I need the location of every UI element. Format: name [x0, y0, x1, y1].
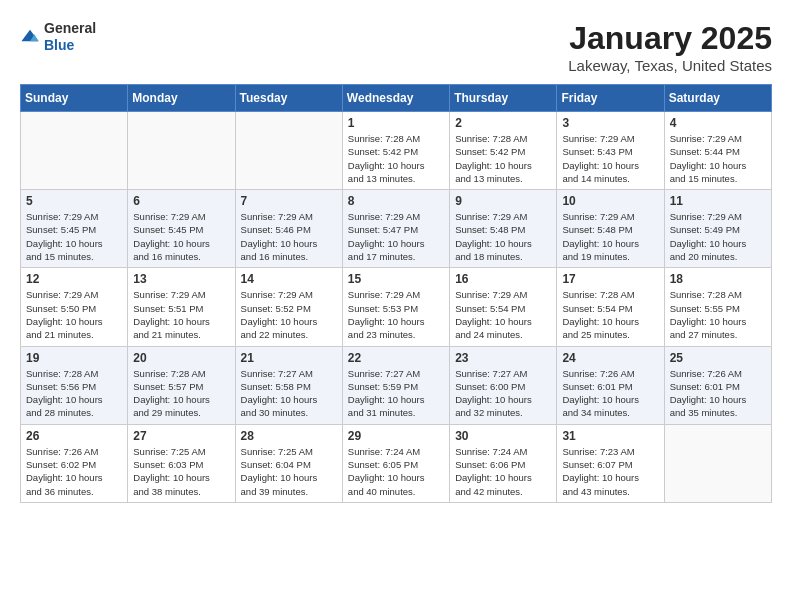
title-block: January 2025 Lakeway, Texas, United Stat…	[568, 20, 772, 74]
calendar-week-row: 1Sunrise: 7:28 AM Sunset: 5:42 PM Daylig…	[21, 112, 772, 190]
day-number: 25	[670, 351, 766, 365]
calendar-cell: 31Sunrise: 7:23 AM Sunset: 6:07 PM Dayli…	[557, 424, 664, 502]
day-info: Sunrise: 7:29 AM Sunset: 5:45 PM Dayligh…	[133, 210, 229, 263]
calendar-cell: 28Sunrise: 7:25 AM Sunset: 6:04 PM Dayli…	[235, 424, 342, 502]
page-header: General Blue January 2025 Lakeway, Texas…	[20, 20, 772, 74]
calendar-cell: 6Sunrise: 7:29 AM Sunset: 5:45 PM Daylig…	[128, 190, 235, 268]
calendar-cell: 14Sunrise: 7:29 AM Sunset: 5:52 PM Dayli…	[235, 268, 342, 346]
day-info: Sunrise: 7:29 AM Sunset: 5:50 PM Dayligh…	[26, 288, 122, 341]
day-info: Sunrise: 7:28 AM Sunset: 5:42 PM Dayligh…	[455, 132, 551, 185]
calendar-cell: 18Sunrise: 7:28 AM Sunset: 5:55 PM Dayli…	[664, 268, 771, 346]
calendar-week-row: 26Sunrise: 7:26 AM Sunset: 6:02 PM Dayli…	[21, 424, 772, 502]
day-number: 3	[562, 116, 658, 130]
day-number: 23	[455, 351, 551, 365]
calendar-cell: 24Sunrise: 7:26 AM Sunset: 6:01 PM Dayli…	[557, 346, 664, 424]
calendar-cell	[21, 112, 128, 190]
calendar-cell: 25Sunrise: 7:26 AM Sunset: 6:01 PM Dayli…	[664, 346, 771, 424]
day-info: Sunrise: 7:28 AM Sunset: 5:42 PM Dayligh…	[348, 132, 444, 185]
day-info: Sunrise: 7:29 AM Sunset: 5:48 PM Dayligh…	[455, 210, 551, 263]
weekday-header-sunday: Sunday	[21, 85, 128, 112]
day-info: Sunrise: 7:29 AM Sunset: 5:52 PM Dayligh…	[241, 288, 337, 341]
day-info: Sunrise: 7:28 AM Sunset: 5:57 PM Dayligh…	[133, 367, 229, 420]
calendar-cell: 13Sunrise: 7:29 AM Sunset: 5:51 PM Dayli…	[128, 268, 235, 346]
day-info: Sunrise: 7:28 AM Sunset: 5:54 PM Dayligh…	[562, 288, 658, 341]
calendar-cell	[235, 112, 342, 190]
calendar-cell: 26Sunrise: 7:26 AM Sunset: 6:02 PM Dayli…	[21, 424, 128, 502]
calendar-cell: 12Sunrise: 7:29 AM Sunset: 5:50 PM Dayli…	[21, 268, 128, 346]
calendar-cell: 11Sunrise: 7:29 AM Sunset: 5:49 PM Dayli…	[664, 190, 771, 268]
day-info: Sunrise: 7:28 AM Sunset: 5:55 PM Dayligh…	[670, 288, 766, 341]
calendar-cell: 20Sunrise: 7:28 AM Sunset: 5:57 PM Dayli…	[128, 346, 235, 424]
day-number: 6	[133, 194, 229, 208]
calendar-cell: 10Sunrise: 7:29 AM Sunset: 5:48 PM Dayli…	[557, 190, 664, 268]
calendar-cell: 23Sunrise: 7:27 AM Sunset: 6:00 PM Dayli…	[450, 346, 557, 424]
day-number: 9	[455, 194, 551, 208]
day-info: Sunrise: 7:24 AM Sunset: 6:05 PM Dayligh…	[348, 445, 444, 498]
logo-general-text: General	[44, 20, 96, 37]
calendar-cell: 9Sunrise: 7:29 AM Sunset: 5:48 PM Daylig…	[450, 190, 557, 268]
day-number: 7	[241, 194, 337, 208]
day-info: Sunrise: 7:24 AM Sunset: 6:06 PM Dayligh…	[455, 445, 551, 498]
day-info: Sunrise: 7:26 AM Sunset: 6:01 PM Dayligh…	[562, 367, 658, 420]
day-number: 24	[562, 351, 658, 365]
day-info: Sunrise: 7:23 AM Sunset: 6:07 PM Dayligh…	[562, 445, 658, 498]
logo-text: General Blue	[44, 20, 96, 54]
calendar-cell: 29Sunrise: 7:24 AM Sunset: 6:05 PM Dayli…	[342, 424, 449, 502]
day-number: 30	[455, 429, 551, 443]
day-number: 5	[26, 194, 122, 208]
day-number: 29	[348, 429, 444, 443]
day-info: Sunrise: 7:29 AM Sunset: 5:51 PM Dayligh…	[133, 288, 229, 341]
calendar-week-row: 19Sunrise: 7:28 AM Sunset: 5:56 PM Dayli…	[21, 346, 772, 424]
day-number: 16	[455, 272, 551, 286]
calendar-cell: 7Sunrise: 7:29 AM Sunset: 5:46 PM Daylig…	[235, 190, 342, 268]
day-number: 11	[670, 194, 766, 208]
day-number: 19	[26, 351, 122, 365]
day-info: Sunrise: 7:29 AM Sunset: 5:49 PM Dayligh…	[670, 210, 766, 263]
calendar-cell	[128, 112, 235, 190]
day-number: 27	[133, 429, 229, 443]
day-info: Sunrise: 7:29 AM Sunset: 5:54 PM Dayligh…	[455, 288, 551, 341]
day-info: Sunrise: 7:29 AM Sunset: 5:46 PM Dayligh…	[241, 210, 337, 263]
calendar-cell: 5Sunrise: 7:29 AM Sunset: 5:45 PM Daylig…	[21, 190, 128, 268]
calendar-cell: 21Sunrise: 7:27 AM Sunset: 5:58 PM Dayli…	[235, 346, 342, 424]
weekday-header-saturday: Saturday	[664, 85, 771, 112]
calendar-table: SundayMondayTuesdayWednesdayThursdayFrid…	[20, 84, 772, 503]
day-info: Sunrise: 7:29 AM Sunset: 5:43 PM Dayligh…	[562, 132, 658, 185]
day-number: 15	[348, 272, 444, 286]
day-info: Sunrise: 7:29 AM Sunset: 5:48 PM Dayligh…	[562, 210, 658, 263]
day-number: 17	[562, 272, 658, 286]
day-info: Sunrise: 7:29 AM Sunset: 5:47 PM Dayligh…	[348, 210, 444, 263]
day-number: 14	[241, 272, 337, 286]
day-info: Sunrise: 7:29 AM Sunset: 5:45 PM Dayligh…	[26, 210, 122, 263]
day-number: 28	[241, 429, 337, 443]
day-number: 31	[562, 429, 658, 443]
weekday-header-friday: Friday	[557, 85, 664, 112]
weekday-header-thursday: Thursday	[450, 85, 557, 112]
day-number: 1	[348, 116, 444, 130]
calendar-cell: 16Sunrise: 7:29 AM Sunset: 5:54 PM Dayli…	[450, 268, 557, 346]
weekday-header-row: SundayMondayTuesdayWednesdayThursdayFrid…	[21, 85, 772, 112]
day-info: Sunrise: 7:29 AM Sunset: 5:53 PM Dayligh…	[348, 288, 444, 341]
logo: General Blue	[20, 20, 96, 54]
weekday-header-monday: Monday	[128, 85, 235, 112]
calendar-cell: 30Sunrise: 7:24 AM Sunset: 6:06 PM Dayli…	[450, 424, 557, 502]
month-title: January 2025	[568, 20, 772, 57]
day-number: 12	[26, 272, 122, 286]
logo-blue-text: Blue	[44, 37, 96, 54]
calendar-cell: 27Sunrise: 7:25 AM Sunset: 6:03 PM Dayli…	[128, 424, 235, 502]
day-info: Sunrise: 7:26 AM Sunset: 6:01 PM Dayligh…	[670, 367, 766, 420]
calendar-cell: 17Sunrise: 7:28 AM Sunset: 5:54 PM Dayli…	[557, 268, 664, 346]
day-info: Sunrise: 7:25 AM Sunset: 6:03 PM Dayligh…	[133, 445, 229, 498]
day-number: 10	[562, 194, 658, 208]
day-number: 22	[348, 351, 444, 365]
day-info: Sunrise: 7:26 AM Sunset: 6:02 PM Dayligh…	[26, 445, 122, 498]
calendar-week-row: 5Sunrise: 7:29 AM Sunset: 5:45 PM Daylig…	[21, 190, 772, 268]
weekday-header-tuesday: Tuesday	[235, 85, 342, 112]
day-info: Sunrise: 7:27 AM Sunset: 6:00 PM Dayligh…	[455, 367, 551, 420]
calendar-cell: 15Sunrise: 7:29 AM Sunset: 5:53 PM Dayli…	[342, 268, 449, 346]
day-info: Sunrise: 7:27 AM Sunset: 5:58 PM Dayligh…	[241, 367, 337, 420]
day-info: Sunrise: 7:28 AM Sunset: 5:56 PM Dayligh…	[26, 367, 122, 420]
calendar-cell: 1Sunrise: 7:28 AM Sunset: 5:42 PM Daylig…	[342, 112, 449, 190]
day-number: 4	[670, 116, 766, 130]
weekday-header-wednesday: Wednesday	[342, 85, 449, 112]
